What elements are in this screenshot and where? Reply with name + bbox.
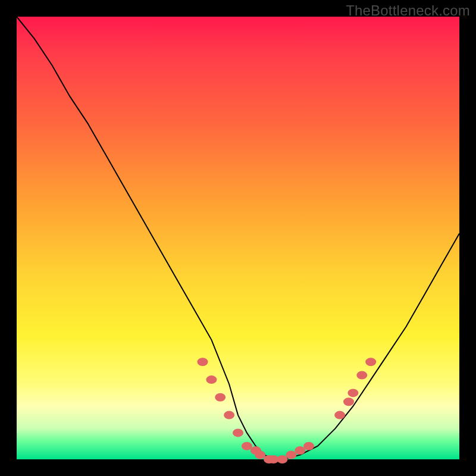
highlight-dot <box>255 451 265 459</box>
bottleneck-curve <box>17 17 459 459</box>
highlight-dot <box>347 389 358 397</box>
highlight-dot <box>343 397 354 406</box>
highlight-dot <box>206 375 217 384</box>
highlight-dot <box>198 358 208 366</box>
chart-frame: TheBottleneck.com <box>0 0 476 476</box>
highlight-dot <box>224 411 234 419</box>
highlight-dot <box>233 428 243 437</box>
highlight-dot <box>295 446 305 455</box>
highlight-dot <box>334 411 345 419</box>
highlight-dot <box>286 451 296 459</box>
highlight-dot <box>356 371 367 380</box>
curve-line <box>17 17 459 459</box>
highlight-dot <box>277 455 287 464</box>
highlight-dot <box>365 358 376 366</box>
highlight-dot <box>303 442 314 450</box>
highlight-dot <box>215 393 226 402</box>
highlight-dot <box>242 442 252 450</box>
